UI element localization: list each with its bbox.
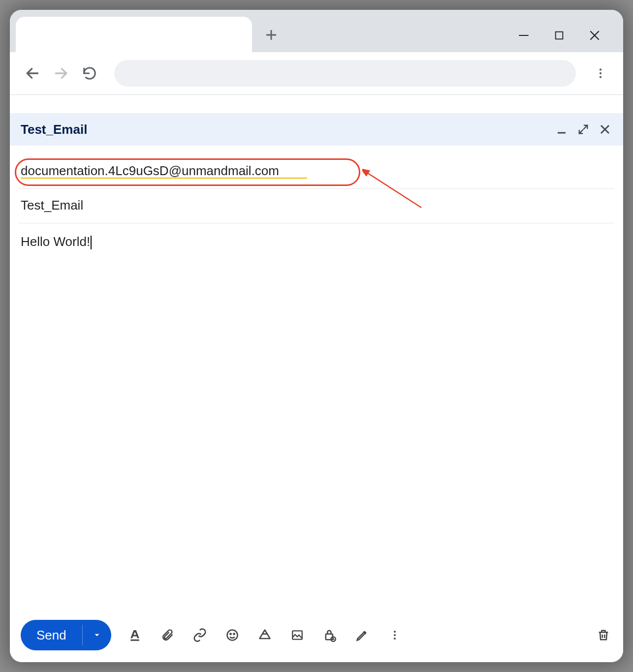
confidential-mode-button[interactable] (321, 626, 339, 644)
compose-close-button[interactable] (598, 122, 612, 137)
pen-icon (355, 628, 369, 642)
tab-strip (10, 10, 623, 52)
kebab-icon (389, 629, 401, 641)
minimize-icon (517, 29, 530, 42)
body-text: Hello World! (21, 234, 90, 249)
window-close-button[interactable] (588, 29, 601, 42)
toolbar-divider (10, 94, 623, 95)
send-button-group: Send (21, 620, 111, 650)
insert-drive-button[interactable] (256, 626, 274, 644)
window-controls (517, 29, 623, 52)
new-tab-button[interactable] (259, 23, 284, 47)
text-format-icon (127, 628, 142, 642)
more-options-button[interactable] (386, 626, 404, 644)
recipient-value: documentation.4Lc9uGsD@unmandmail.com (21, 163, 279, 178)
browser-tab[interactable] (16, 17, 252, 52)
svg-point-18 (227, 630, 237, 641)
url-bar[interactable] (114, 60, 576, 87)
arrow-left-icon (25, 65, 40, 81)
paperclip-icon (160, 628, 174, 642)
subject-field[interactable]: Test_Email (19, 189, 614, 223)
subject-value: Test_Email (21, 198, 83, 213)
svg-point-19 (230, 634, 231, 635)
send-button[interactable]: Send (21, 620, 82, 650)
svg-point-10 (600, 76, 601, 78)
reload-icon (82, 66, 97, 81)
back-button[interactable] (23, 63, 42, 83)
compose-fields: documentation.4Lc9uGsD@unmandmail.com Te… (10, 146, 623, 223)
formatting-button[interactable] (126, 626, 144, 644)
svg-point-9 (600, 72, 601, 74)
browser-toolbar (10, 52, 623, 94)
svg-point-26 (394, 638, 396, 640)
reload-button[interactable] (80, 63, 99, 83)
forward-button[interactable] (51, 63, 71, 83)
insert-emoji-button[interactable] (223, 626, 241, 644)
trash-icon (597, 628, 610, 642)
svg-rect-17 (130, 640, 139, 641)
recipients-field[interactable]: documentation.4Lc9uGsD@unmandmail.com (19, 154, 614, 189)
compose-minimize-button[interactable] (554, 122, 569, 137)
compose-title: Test_Email (21, 122, 87, 137)
discard-draft-button[interactable] (595, 626, 612, 644)
insert-signature-button[interactable] (353, 626, 371, 644)
compose-header: Test_Email (10, 113, 623, 146)
drive-icon (258, 628, 272, 642)
arrow-right-icon (53, 65, 69, 81)
browser-chrome (10, 10, 623, 113)
window-maximize-button[interactable] (552, 29, 566, 42)
svg-point-20 (233, 634, 234, 635)
compose-expand-button[interactable] (576, 122, 591, 137)
insert-image-button[interactable] (288, 626, 306, 644)
compose-footer: Send (10, 608, 623, 662)
maximize-icon (554, 30, 565, 41)
app-window: Test_Email documentation.4Lc9uGsD@unmand… (10, 10, 623, 662)
compose-body[interactable]: Hello World! (10, 223, 623, 608)
image-icon (291, 629, 304, 641)
send-more-button[interactable] (83, 620, 111, 650)
expand-icon (578, 124, 589, 135)
lock-clock-icon (323, 628, 337, 642)
send-label: Send (36, 628, 66, 643)
kebab-icon (594, 67, 607, 80)
link-icon (192, 628, 207, 642)
close-icon (588, 29, 601, 42)
caret-down-icon (93, 631, 101, 640)
compose-window: Test_Email documentation.4Lc9uGsD@unmand… (10, 113, 623, 662)
svg-rect-3 (556, 32, 563, 39)
insert-link-button[interactable] (191, 626, 209, 644)
svg-point-8 (600, 68, 601, 70)
svg-point-24 (394, 631, 396, 633)
plus-icon (264, 28, 279, 42)
browser-menu-button[interactable] (591, 63, 610, 83)
attach-button[interactable] (158, 626, 176, 644)
close-icon (599, 123, 611, 135)
emoji-icon (225, 628, 239, 642)
text-caret (91, 236, 92, 249)
minimize-icon (556, 123, 568, 135)
svg-point-25 (394, 634, 396, 636)
window-minimize-button[interactable] (517, 29, 531, 42)
